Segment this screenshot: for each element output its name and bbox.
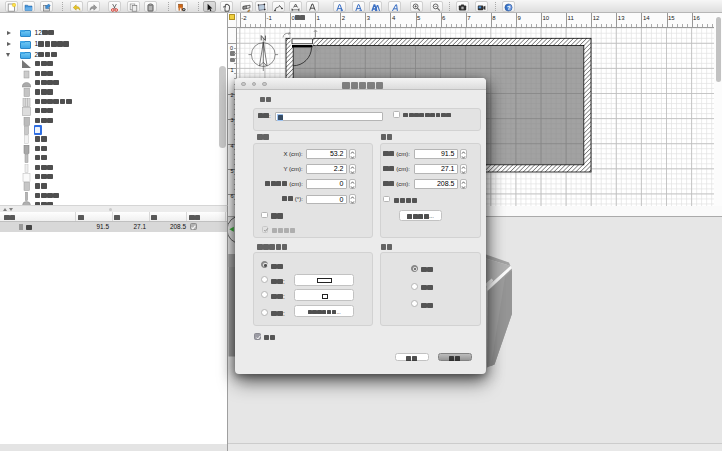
svg-text:?: ?	[507, 5, 511, 11]
